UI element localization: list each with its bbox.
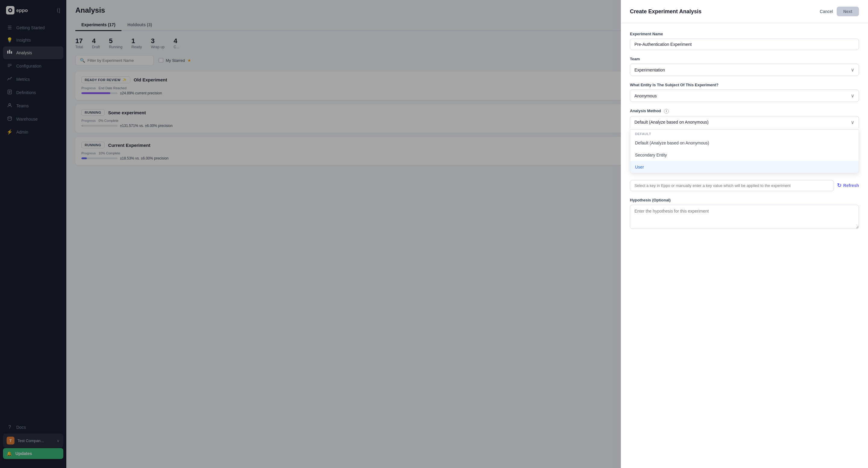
form-group-team: Team Experimentation ∨ xyxy=(630,57,859,76)
modal-panel: Create Experiment Analysis Cancel Next E… xyxy=(621,0,868,468)
experiment-name-label: Experiment Name xyxy=(630,32,859,36)
entity-value: Anonymous xyxy=(634,93,657,98)
analysis-method-select[interactable]: Default (Analyze based on Anonymous) ∨ xyxy=(630,116,859,128)
entity-label: What Entity Is The Subject Of This Exper… xyxy=(630,83,859,87)
hypothesis-textarea[interactable] xyxy=(630,205,859,229)
analysis-method-dropdown: Default Default (Analyze based on Anonym… xyxy=(630,129,859,173)
next-button[interactable]: Next xyxy=(837,7,859,16)
refresh-button[interactable]: ↻ Refresh xyxy=(837,182,859,189)
form-group-entity: What Entity Is The Subject Of This Exper… xyxy=(630,83,859,102)
refresh-label: Refresh xyxy=(843,183,859,188)
dropdown-section-default: Default xyxy=(630,130,859,137)
modal-actions: Cancel Next xyxy=(820,7,859,16)
key-input-row: ↻ Refresh xyxy=(630,180,859,191)
entity-chevron-icon: ∨ xyxy=(851,93,855,98)
experiment-name-input[interactable] xyxy=(630,38,859,50)
modal-title: Create Experiment Analysis xyxy=(630,8,701,15)
analysis-method-value: Default (Analyze based on Anonymous) xyxy=(634,120,709,124)
analysis-method-chevron-icon: ∨ xyxy=(851,119,855,125)
dropdown-item-secondary-entity[interactable]: Secondary Entity xyxy=(630,149,859,161)
form-group-experiment-name: Experiment Name xyxy=(630,32,859,50)
analysis-method-label: Analysis Method i xyxy=(630,109,859,114)
modal-body: Experiment Name Team Experimentation ∨ W… xyxy=(621,23,868,468)
entity-select[interactable]: Anonymous ∨ xyxy=(630,90,859,102)
refresh-icon: ↻ xyxy=(837,182,841,189)
analysis-method-info-icon[interactable]: i xyxy=(664,109,669,114)
cancel-button[interactable]: Cancel xyxy=(820,9,833,14)
modal-overlay: Create Experiment Analysis Cancel Next E… xyxy=(0,0,868,468)
form-group-key: ↻ Refresh xyxy=(630,180,859,191)
dropdown-item-user[interactable]: User xyxy=(630,161,859,173)
team-chevron-icon: ∨ xyxy=(851,67,855,73)
hypothesis-label: Hypothesis (Optional) xyxy=(630,198,859,202)
team-label: Team xyxy=(630,57,859,61)
form-group-analysis-method: Analysis Method i Default (Analyze based… xyxy=(630,109,859,173)
dropdown-item-default-analyze[interactable]: Default (Analyze based on Anonymous) xyxy=(630,137,859,149)
team-value: Experimentation xyxy=(634,67,665,72)
modal-header: Create Experiment Analysis Cancel Next xyxy=(621,0,868,23)
key-input[interactable] xyxy=(630,180,834,191)
team-select[interactable]: Experimentation ∨ xyxy=(630,64,859,76)
arrow-annotation xyxy=(630,163,630,172)
form-group-hypothesis: Hypothesis (Optional) xyxy=(630,198,859,230)
